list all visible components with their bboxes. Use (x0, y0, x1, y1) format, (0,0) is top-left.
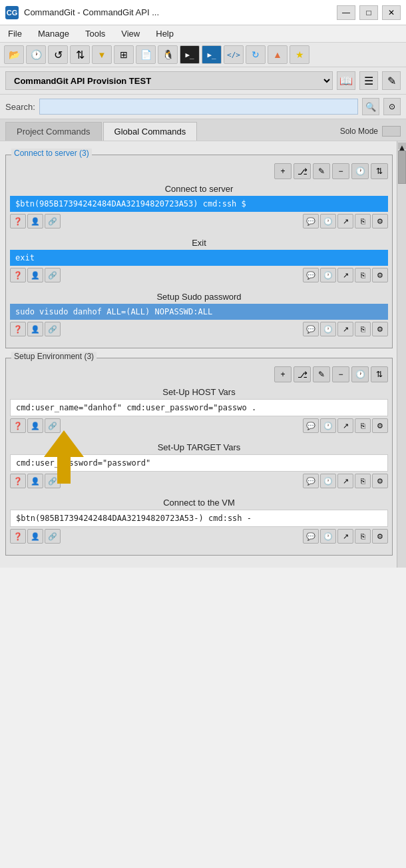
toolbar-upload[interactable]: ▲ (268, 45, 288, 64)
menu-file[interactable]: File (5, 27, 25, 40)
cmd-connect-history[interactable]: 🕐 (320, 214, 336, 228)
cmd-target-vars-code[interactable]: cmd:user_password="password" (10, 454, 388, 472)
cmd-target-comment[interactable]: 💬 (303, 474, 319, 488)
cmd-vm-help[interactable]: ❓ (10, 529, 26, 544)
cmd-connect-code[interactable]: $btn(985B17394242484DAA32194820723A53) c… (10, 196, 388, 212)
cmd-host-vars-code[interactable]: cmd:user_name="danhof" cmd:user_password… (10, 399, 388, 416)
cmd-target-export[interactable]: ↗ (337, 474, 353, 488)
menu-help[interactable]: Help (153, 27, 176, 40)
cmd-exit-comment[interactable]: 💬 (303, 268, 319, 282)
cmd-sudo-copy[interactable]: ⎘ (355, 322, 371, 336)
cmd-sudo-settings[interactable]: ⚙ (372, 322, 388, 336)
group-order-btn[interactable]: ⇅ (371, 163, 388, 179)
cmd-target-user[interactable]: 👤 (27, 474, 43, 488)
project-list-button[interactable]: ☰ (359, 71, 378, 90)
cmd-connect-settings[interactable]: ⚙ (372, 214, 388, 228)
toolbar-terminal-blue[interactable]: ▶_ (202, 45, 222, 64)
cmd-host-user[interactable]: 👤 (27, 418, 43, 433)
group-setup-branch[interactable]: ⎇ (294, 366, 311, 382)
cmd-host-history[interactable]: 🕐 (320, 418, 336, 433)
project-book-button[interactable]: 📖 (337, 71, 355, 90)
cmd-connect-comment[interactable]: 💬 (303, 214, 319, 228)
toolbar-history[interactable]: 🕐 (26, 45, 46, 64)
tab-project-commands[interactable]: Project Commands (5, 122, 102, 141)
cmd-target-history[interactable]: 🕐 (320, 474, 336, 488)
cmd-sudo-link[interactable]: 🔗 (45, 322, 61, 336)
scroll-thumb[interactable] (398, 151, 406, 184)
cmd-host-settings[interactable]: ⚙ (372, 418, 388, 433)
project-selector[interactable]: CommandGit API Provision TEST (5, 71, 333, 90)
cmd-target-help[interactable]: ❓ (10, 474, 26, 488)
cmd-exit-export[interactable]: ↗ (337, 268, 353, 282)
cmd-sudo-export[interactable]: ↗ (337, 322, 353, 336)
group-setup-remove[interactable]: − (332, 366, 349, 382)
cmd-exit-code[interactable]: exit (10, 250, 388, 266)
cmd-sudo-help[interactable]: ❓ (10, 322, 26, 336)
cmd-sudo-comment[interactable]: 💬 (303, 322, 319, 336)
toolbar-undo[interactable]: ↺ (48, 45, 68, 64)
toolbar-open[interactable]: 📂 (4, 45, 24, 64)
cmd-exit-user[interactable]: 👤 (27, 268, 43, 282)
cmd-target-link[interactable]: 🔗 (45, 474, 61, 488)
group-remove-btn[interactable]: − (332, 163, 349, 179)
toolbar-filter[interactable]: ▼ (92, 45, 112, 64)
group-setup-order[interactable]: ⇅ (371, 366, 388, 382)
search-input[interactable] (39, 99, 358, 115)
cmd-connect-help[interactable]: ❓ (10, 214, 26, 228)
cmd-exit-copy[interactable]: ⎘ (355, 268, 371, 282)
toolbar-grid[interactable]: ⊞ (114, 45, 134, 64)
group-edit-btn[interactable]: ✎ (313, 163, 330, 179)
cmd-connect-link[interactable]: 🔗 (45, 214, 61, 228)
toolbar-code[interactable]: </> (224, 45, 244, 64)
cmd-exit-settings[interactable]: ⚙ (372, 268, 388, 282)
group-branch-btn[interactable]: ⎇ (294, 163, 311, 179)
cmd-connect-copy[interactable]: ⎘ (355, 214, 371, 228)
scrollbar[interactable]: ▲ (397, 141, 406, 568)
menu-view[interactable]: View (118, 27, 142, 40)
cmd-host-link[interactable]: 🔗 (45, 418, 61, 433)
search-button[interactable]: 🔍 (362, 98, 379, 115)
group-add-btn[interactable]: + (274, 163, 292, 179)
cmd-vm-settings[interactable]: ⚙ (372, 529, 388, 544)
cmd-vm-history[interactable]: 🕐 (320, 529, 336, 544)
cmd-connect-user[interactable]: 👤 (27, 214, 43, 228)
group-setup-edit[interactable]: ✎ (313, 366, 330, 382)
toolbar-terminal-dark[interactable]: ▶_ (180, 45, 200, 64)
scroll-up-arrow[interactable]: ▲ (398, 143, 406, 149)
minimize-button[interactable]: — (337, 5, 355, 20)
cmd-exit-link[interactable]: 🔗 (45, 268, 61, 282)
record-button[interactable]: ⊙ (383, 98, 401, 115)
cmd-vm-copy[interactable]: ⎘ (355, 529, 371, 544)
toolbar-refresh[interactable]: ↻ (246, 45, 266, 64)
group-clock-btn[interactable]: 🕐 (351, 163, 369, 179)
toolbar-sort[interactable]: ⇅ (70, 45, 90, 64)
cmd-exit-history[interactable]: 🕐 (320, 268, 336, 282)
cmd-vm-link[interactable]: 🔗 (45, 529, 61, 544)
cmd-vm-user[interactable]: 👤 (27, 529, 43, 544)
cmd-target-copy[interactable]: ⎘ (355, 474, 371, 488)
menu-manage[interactable]: Manage (35, 27, 72, 40)
toolbar-linux[interactable]: 🐧 (158, 45, 178, 64)
menu-tools[interactable]: Tools (83, 27, 108, 40)
close-button[interactable]: ✕ (382, 5, 401, 20)
toolbar-doc[interactable]: 📄 (136, 45, 156, 64)
project-edit-button[interactable]: ✎ (382, 71, 401, 90)
cmd-connect-vm-code[interactable]: $btn(985B17394242484DAA32194820723A53-) … (10, 510, 388, 527)
cmd-vm-export[interactable]: ↗ (337, 529, 353, 544)
cmd-sudo-user[interactable]: 👤 (27, 322, 43, 336)
cmd-host-copy[interactable]: ⎘ (355, 418, 371, 433)
group-setup-add[interactable]: + (274, 366, 292, 382)
cmd-sudo-history[interactable]: 🕐 (320, 322, 336, 336)
group-setup-clock[interactable]: 🕐 (351, 366, 369, 382)
solo-mode-toggle[interactable] (382, 126, 401, 137)
maximize-button[interactable]: □ (359, 5, 378, 20)
cmd-host-comment[interactable]: 💬 (303, 418, 319, 433)
cmd-exit-help[interactable]: ❓ (10, 268, 26, 282)
cmd-target-settings[interactable]: ⚙ (372, 474, 388, 488)
toolbar-star[interactable]: ★ (290, 45, 309, 64)
cmd-sudo-code[interactable]: sudo visudo danhof ALL=(ALL) NOPASSWD:AL… (10, 304, 388, 320)
cmd-host-export[interactable]: ↗ (337, 418, 353, 433)
cmd-vm-comment[interactable]: 💬 (303, 529, 319, 544)
tab-global-commands[interactable]: Global Commands (103, 122, 198, 141)
cmd-host-help[interactable]: ❓ (10, 418, 26, 433)
